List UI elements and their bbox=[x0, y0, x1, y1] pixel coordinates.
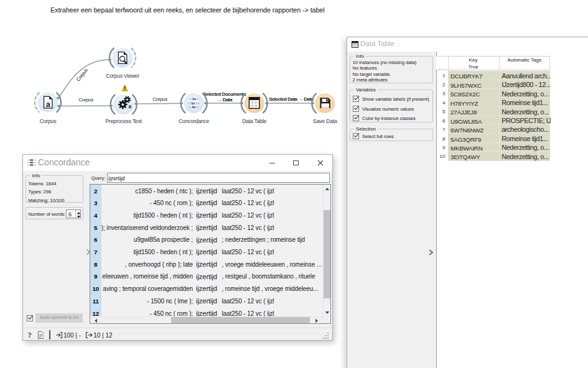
svg-text:Corpus: Corpus bbox=[78, 97, 93, 103]
svg-text:Preprocess Text: Preprocess Text bbox=[105, 118, 142, 124]
svg-text:a: a bbox=[46, 100, 51, 109]
svg-text:Data Table: Data Table bbox=[242, 118, 266, 124]
svg-text:Corpus: Corpus bbox=[152, 96, 167, 102]
svg-text:Selected Data → Data: Selected Data → Data bbox=[269, 96, 314, 102]
svg-text:→ Data: → Data bbox=[217, 97, 233, 103]
svg-text:Save Data: Save Data bbox=[313, 118, 337, 124]
svg-text:a: a bbox=[128, 103, 131, 109]
svg-text:to be or: to be or bbox=[189, 106, 199, 109]
svg-text:Concordance: Concordance bbox=[179, 118, 209, 124]
svg-text:Selected Documents: Selected Documents bbox=[203, 91, 246, 97]
svg-text:to be a: to be a bbox=[189, 98, 198, 101]
svg-text:Corpus: Corpus bbox=[75, 67, 89, 82]
svg-text:to be the: to be the bbox=[188, 102, 200, 105]
svg-text:Corpus Viewer: Corpus Viewer bbox=[106, 73, 139, 79]
svg-text:Corpus: Corpus bbox=[40, 118, 57, 124]
